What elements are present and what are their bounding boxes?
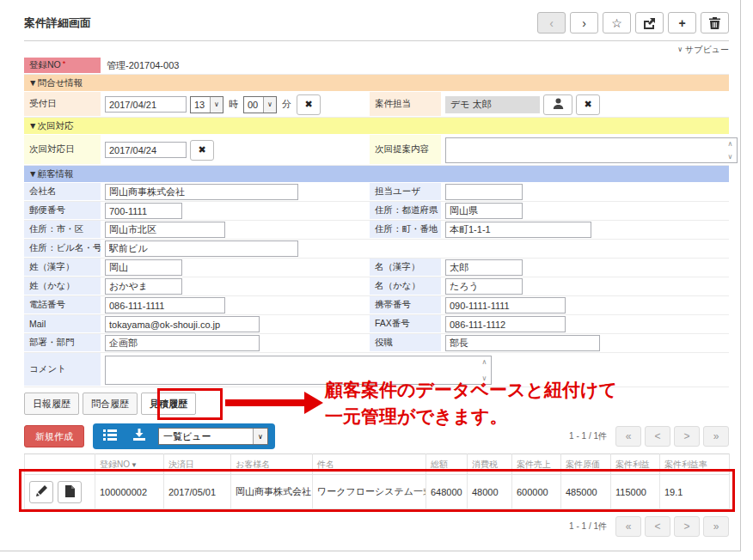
subview-row: ∨ サブビュー bbox=[24, 41, 729, 58]
subject-header[interactable]: 件名 bbox=[313, 454, 426, 475]
delete-record-button[interactable] bbox=[701, 12, 729, 33]
total-cell: 648000 bbox=[426, 475, 468, 509]
building-input[interactable] bbox=[105, 240, 298, 257]
tax-header[interactable]: 消費税 bbox=[468, 454, 512, 475]
download-icon bbox=[133, 429, 145, 444]
chevron-down-icon: ∨ bbox=[210, 97, 223, 113]
last-page-button[interactable]: » bbox=[703, 426, 729, 447]
profit-header[interactable]: 案件利益 bbox=[611, 454, 660, 475]
double-chevron-left-icon: « bbox=[626, 520, 632, 533]
first-page-button[interactable]: « bbox=[615, 426, 641, 447]
chevron-up-icon: ∧ bbox=[482, 358, 487, 366]
subject-cell: ワークフローシステム一式 bbox=[313, 475, 426, 509]
assigned-user-input[interactable] bbox=[445, 184, 523, 200]
profit-cell: 115000 bbox=[611, 475, 660, 509]
cost-header[interactable]: 案件原価 bbox=[561, 454, 611, 475]
customer-cell: 岡山商事株式会社 bbox=[231, 475, 313, 509]
building-label: 住所：ビル名・号室 bbox=[24, 240, 101, 258]
chevron-right-icon: › bbox=[582, 16, 586, 30]
company-name-input[interactable] bbox=[105, 184, 298, 200]
customer-header[interactable]: お客様名 bbox=[231, 454, 313, 475]
lastname-kana-label: 姓（かな） bbox=[24, 277, 101, 295]
case-manager-label: 案件担当 bbox=[370, 92, 442, 117]
double-chevron-left-icon: « bbox=[626, 430, 632, 442]
firstname-kanji-input[interactable] bbox=[445, 259, 523, 276]
profit-rate-header[interactable]: 案件利益率 bbox=[660, 454, 730, 475]
department-label: 部署・部門 bbox=[24, 334, 101, 352]
department-input[interactable] bbox=[105, 335, 260, 351]
first-page-button[interactable]: « bbox=[615, 516, 641, 537]
clear-manager-button[interactable]: ✖ bbox=[576, 94, 600, 115]
fax-input[interactable] bbox=[445, 316, 566, 332]
next-proposal-cell: ∧ ∨ bbox=[442, 135, 738, 165]
chevron-up-icon: ∧ bbox=[728, 140, 733, 148]
select-user-button[interactable] bbox=[543, 94, 572, 115]
next-proposal-textarea[interactable]: ∧ ∨ bbox=[445, 137, 738, 163]
section-customer-header[interactable]: ▼顧客情報 bbox=[24, 166, 729, 183]
chevron-right-icon: > bbox=[683, 430, 689, 442]
phone-input[interactable] bbox=[105, 297, 225, 313]
create-new-button[interactable]: 新規作成 bbox=[24, 425, 84, 447]
reg-no-header[interactable]: 登録NO▼ bbox=[95, 454, 164, 475]
firstname-kana-input[interactable] bbox=[445, 278, 523, 295]
prev-page-button[interactable]: < bbox=[645, 426, 670, 447]
lastname-kanji-input[interactable] bbox=[105, 259, 182, 276]
last-page-button[interactable]: » bbox=[703, 516, 729, 537]
chevron-left-icon: < bbox=[654, 520, 660, 533]
fax-label: FAX番号 bbox=[370, 315, 442, 333]
share-button[interactable] bbox=[635, 12, 664, 33]
view-select[interactable]: 一覧ビュー ∨ bbox=[158, 428, 268, 445]
plus-icon: + bbox=[678, 16, 685, 30]
pagination-top: 1 - 1 / 1件 « < > » bbox=[569, 426, 729, 447]
tab-daily-report-history[interactable]: 日報履歴 bbox=[24, 393, 79, 415]
prev-record-button[interactable]: ‹ bbox=[537, 12, 566, 33]
lastname-kana-input[interactable] bbox=[105, 278, 182, 295]
required-mark: * bbox=[63, 59, 66, 68]
job-title-input[interactable] bbox=[445, 335, 600, 351]
reg-no-value: 管理-201704-003 bbox=[101, 58, 729, 74]
form-row: コメント ∧ ∨ bbox=[24, 353, 729, 387]
profit-rate-cell: 19.1 bbox=[660, 475, 730, 509]
case-manager-cell: デモ 太郎 ✖ bbox=[442, 92, 729, 117]
prev-page-button[interactable]: < bbox=[645, 516, 670, 537]
postal-code-input[interactable] bbox=[105, 203, 182, 219]
minute-select[interactable]: 00 ∨ bbox=[243, 96, 277, 113]
chevron-down-icon: ∨ bbox=[728, 153, 733, 161]
add-record-button[interactable]: + bbox=[668, 12, 696, 33]
reception-date-label: 受付日 bbox=[24, 92, 101, 117]
mail-input[interactable] bbox=[105, 316, 260, 332]
clear-next-date-button[interactable]: ✖ bbox=[190, 140, 214, 161]
next-page-button[interactable]: > bbox=[674, 516, 700, 537]
section-next-header[interactable]: ▼次回対応 bbox=[24, 118, 729, 135]
settle-date-cell: 2017/05/01 bbox=[164, 475, 231, 509]
download-button[interactable] bbox=[129, 427, 150, 446]
next-date-input[interactable] bbox=[105, 142, 187, 158]
list-view-button[interactable] bbox=[100, 427, 120, 446]
settle-date-header[interactable]: 決済日 bbox=[164, 454, 231, 475]
comment-textarea[interactable]: ∧ ∨ bbox=[105, 356, 492, 385]
list-toolbar: 新規作成 一覧ビュー ∨ 1 - 1 / 1件 « < > » bbox=[24, 423, 729, 449]
pencil-icon bbox=[36, 485, 47, 498]
section-inquiry-header[interactable]: ▼問合せ情報 bbox=[24, 75, 729, 92]
total-header[interactable]: 総額 bbox=[426, 454, 468, 475]
empty-field-cell bbox=[442, 240, 729, 258]
edit-row-button[interactable] bbox=[29, 481, 53, 503]
tab-quote-history[interactable]: 見積履歴 bbox=[141, 393, 196, 415]
sales-header[interactable]: 案件売上 bbox=[512, 454, 561, 475]
mobile-input[interactable] bbox=[445, 297, 566, 313]
city-input[interactable] bbox=[105, 222, 225, 238]
table-row[interactable]: 100000002 2017/05/01 岡山商事株式会社 ワークフローシステム… bbox=[25, 475, 730, 509]
next-record-button[interactable]: › bbox=[570, 12, 598, 33]
hour-select[interactable]: 13 ∨ bbox=[190, 96, 223, 113]
prefecture-input[interactable] bbox=[445, 203, 523, 219]
close-icon: ✖ bbox=[584, 99, 591, 110]
favorite-button[interactable]: ☆ bbox=[603, 12, 631, 33]
clear-reception-date-button[interactable]: ✖ bbox=[297, 94, 321, 115]
tab-inquiry-history[interactable]: 問合履歴 bbox=[83, 393, 138, 415]
reception-date-input[interactable] bbox=[105, 96, 187, 113]
street-input[interactable] bbox=[445, 222, 591, 238]
next-page-button[interactable]: > bbox=[674, 426, 700, 447]
subview-link[interactable]: サブビュー bbox=[685, 44, 729, 56]
document-row-button[interactable] bbox=[58, 481, 82, 503]
trash-icon bbox=[709, 17, 720, 29]
